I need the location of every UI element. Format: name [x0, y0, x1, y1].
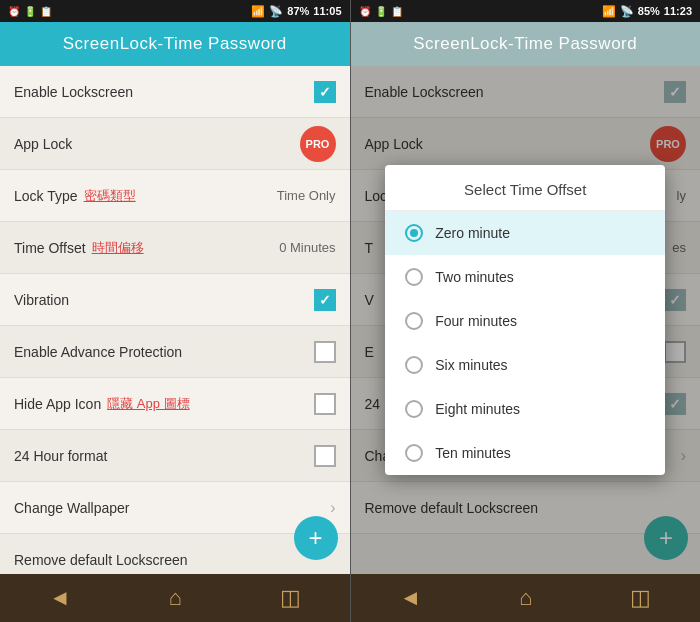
right-bottom-nav: ◄ ⌂ ◫	[351, 574, 701, 622]
right-nav-back[interactable]: ◄	[399, 585, 421, 611]
left-row-hide-app-icon[interactable]: Hide App Icon 隱藏 App 圖標	[0, 378, 350, 430]
left-row-app-lock[interactable]: App Lock PRO	[0, 118, 350, 170]
left-value-time-offset: 0 Minutes	[279, 240, 335, 255]
left-app-header: ScreenLock-Time Password	[0, 22, 350, 66]
dialog-label-two: Two minutes	[435, 269, 514, 285]
right-app-header: ScreenLock-Time Password	[351, 22, 701, 66]
dialog-option-ten[interactable]: Ten minutes	[385, 431, 665, 475]
left-app-title: ScreenLock-Time Password	[63, 34, 287, 54]
dialog-title: Select Time Offset	[385, 165, 665, 211]
left-row-lock-type[interactable]: Lock Type 密碼類型 Time Only	[0, 170, 350, 222]
left-status-right: 📶 📡 87% 11:05	[251, 5, 341, 18]
alarm-icon: ⏰	[8, 6, 20, 17]
left-row-24hour[interactable]: 24 Hour format	[0, 430, 350, 482]
dialog-label-zero: Zero minute	[435, 225, 510, 241]
left-row-advance-protection[interactable]: Enable Advance Protection	[0, 326, 350, 378]
left-label-time-offset-cn: 時間偏移	[92, 239, 144, 257]
left-checkbox-24hour[interactable]	[314, 445, 336, 467]
left-label-time-offset: Time Offset 時間偏移	[14, 239, 144, 257]
left-checkbox-enable-lockscreen[interactable]	[314, 81, 336, 103]
dialog-label-eight: Eight minutes	[435, 401, 520, 417]
left-label-enable-lockscreen: Enable Lockscreen	[14, 84, 133, 100]
left-checkbox-hide-app-icon[interactable]	[314, 393, 336, 415]
dialog-label-four: Four minutes	[435, 313, 517, 329]
dialog-option-eight[interactable]: Eight minutes	[385, 387, 665, 431]
left-nav-back[interactable]: ◄	[49, 585, 71, 611]
radio-ten	[405, 444, 423, 462]
dialog-label-ten: Ten minutes	[435, 445, 510, 461]
left-settings-list: Enable Lockscreen App Lock PRO Lock Type…	[0, 66, 350, 574]
right-panel: ⏰ 🔋 📋 📶 📡 85% 11:23 ScreenLock-Time Pass…	[351, 0, 701, 622]
right-alarm-icon: ⏰	[359, 6, 371, 17]
left-label-hide-app-icon: Hide App Icon 隱藏 App 圖標	[14, 395, 190, 413]
right-battery-icon: 🔋	[375, 6, 387, 17]
left-status-bar: ⏰ 🔋 📋 📶 📡 87% 11:05	[0, 0, 350, 22]
radio-eight	[405, 400, 423, 418]
left-battery-pct: 87%	[287, 5, 309, 17]
dialog-overlay[interactable]: Select Time Offset Zero minute Two minut…	[351, 66, 701, 574]
right-nav-home[interactable]: ⌂	[519, 585, 532, 611]
dialog-option-zero[interactable]: Zero minute	[385, 211, 665, 255]
left-status-icons: ⏰ 🔋 📋	[8, 6, 52, 17]
left-row-vibration[interactable]: Vibration	[0, 274, 350, 326]
right-battery-pct: 85%	[638, 5, 660, 17]
left-pro-badge: PRO	[300, 126, 336, 162]
right-nav-apps[interactable]: ◫	[630, 585, 651, 611]
right-wifi-icon: 📶	[602, 5, 616, 18]
left-panel: ⏰ 🔋 📋 📶 📡 87% 11:05 ScreenLock-Time Pass…	[0, 0, 350, 622]
left-checkbox-advance-protection[interactable]	[314, 341, 336, 363]
left-label-24hour: 24 Hour format	[14, 448, 107, 464]
left-label-lock-type-cn: 密碼類型	[84, 187, 136, 205]
dialog-option-four[interactable]: Four minutes	[385, 299, 665, 343]
right-time: 11:23	[664, 5, 692, 17]
left-signal-icon: 📡	[269, 5, 283, 18]
battery-icon: 🔋	[24, 6, 36, 17]
dialog-option-six[interactable]: Six minutes	[385, 343, 665, 387]
left-row-time-offset[interactable]: Time Offset 時間偏移 0 Minutes	[0, 222, 350, 274]
radio-four	[405, 312, 423, 330]
left-nav-home[interactable]: ⌂	[168, 585, 181, 611]
radio-six	[405, 356, 423, 374]
sim-icon: 📋	[40, 6, 52, 17]
left-label-remove-lockscreen: Remove default Lockscreen	[14, 552, 188, 568]
right-status-bar: ⏰ 🔋 📋 📶 📡 85% 11:23	[351, 0, 701, 22]
left-nav-apps[interactable]: ◫	[280, 585, 301, 611]
left-bottom-nav: ◄ ⌂ ◫	[0, 574, 350, 622]
right-sim-icon: 📋	[391, 6, 403, 17]
left-label-vibration: Vibration	[14, 292, 69, 308]
left-label-app-lock: App Lock	[14, 136, 72, 152]
left-row-enable-lockscreen[interactable]: Enable Lockscreen	[0, 66, 350, 118]
left-wifi-icon: 📶	[251, 5, 265, 18]
right-app-title: ScreenLock-Time Password	[413, 34, 637, 54]
left-fab[interactable]: +	[294, 516, 338, 560]
left-time: 11:05	[313, 5, 341, 17]
left-label-change-wallpaper: Change Wallpaper	[14, 500, 129, 516]
radio-zero	[405, 224, 423, 242]
left-label-hide-icon-cn: 隱藏 App 圖標	[107, 395, 189, 413]
right-signal-icon: 📡	[620, 5, 634, 18]
right-status-right: 📶 📡 85% 11:23	[602, 5, 692, 18]
dialog-option-two[interactable]: Two minutes	[385, 255, 665, 299]
select-time-offset-dialog: Select Time Offset Zero minute Two minut…	[385, 165, 665, 475]
left-value-lock-type: Time Only	[277, 188, 336, 203]
radio-two	[405, 268, 423, 286]
left-chevron-change-wallpaper: ›	[330, 499, 335, 517]
dialog-label-six: Six minutes	[435, 357, 507, 373]
left-label-lock-type: Lock Type 密碼類型	[14, 187, 136, 205]
right-status-icons: ⏰ 🔋 📋	[359, 6, 403, 17]
left-checkbox-vibration[interactable]	[314, 289, 336, 311]
left-label-advance-protection: Enable Advance Protection	[14, 344, 182, 360]
